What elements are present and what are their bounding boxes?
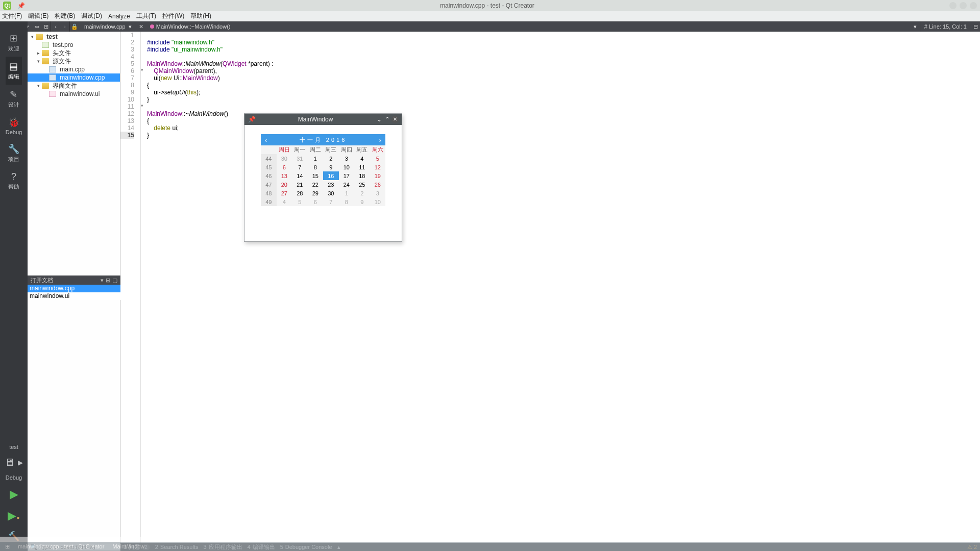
calendar-day[interactable]: 1 xyxy=(339,189,355,197)
calendar-day[interactable]: 3 xyxy=(370,189,386,197)
calendar-day[interactable]: 8 xyxy=(308,163,324,171)
run-debug-button[interactable]: ▶● xyxy=(0,505,28,527)
symbol-combo-end[interactable]: ▾ xyxy=(911,21,920,32)
split-right-icon[interactable]: ⊟ xyxy=(971,21,980,32)
calendar-day[interactable]: 31 xyxy=(292,154,308,163)
menu-build[interactable]: 构建(B) xyxy=(55,12,75,20)
kit-monitor-icon[interactable]: 🖥 ▸ xyxy=(0,453,28,471)
calendar-day[interactable]: 7 xyxy=(292,163,308,171)
taskbar-entry-mainwindow[interactable]: MainWindow xyxy=(112,543,144,549)
calendar-day[interactable]: 24 xyxy=(339,180,355,189)
close-icon[interactable] xyxy=(970,2,977,9)
calendar-day[interactable]: 20 xyxy=(277,180,292,189)
menu-file[interactable]: 文件(F) xyxy=(2,12,22,20)
calendar-day[interactable]: 4 xyxy=(277,197,292,206)
calendar-day[interactable]: 12 xyxy=(370,163,386,171)
tree-forms-folder[interactable]: ▾ 界面文件 xyxy=(28,82,120,90)
calendar-day[interactable]: 1 xyxy=(308,154,324,163)
activity-帮助[interactable]: ?帮助 xyxy=(6,167,22,195)
chevron-up-icon[interactable]: ⌃ xyxy=(383,116,391,123)
calendar-widget[interactable]: ‹ 十一月 2016 › 周日周一周二周三周四周五周六 443031123454… xyxy=(261,134,385,206)
calendar-day[interactable]: 14 xyxy=(292,171,308,180)
calendar-day[interactable]: 30 xyxy=(323,189,339,197)
calendar-day[interactable]: 2 xyxy=(354,189,370,197)
calendar-day[interactable]: 23 xyxy=(323,180,339,189)
calendar-day[interactable]: 9 xyxy=(354,197,370,206)
calendar-day[interactable]: 15 xyxy=(308,171,324,180)
line-col-indicator[interactable]: # Line: 15, Col: 1 xyxy=(920,23,971,30)
close-icon[interactable]: ✕ xyxy=(391,116,399,123)
activity-Debug[interactable]: 🐞Debug xyxy=(6,113,22,139)
code-editor[interactable]: 123456789101112131415 ▾ ▾ #include "main… xyxy=(120,32,980,543)
calendar-day[interactable]: 10 xyxy=(370,197,386,206)
chevron-down-icon[interactable]: ▾ xyxy=(101,277,104,284)
calendar-day[interactable]: 6 xyxy=(308,197,324,206)
calendar-day[interactable]: 18 xyxy=(354,171,370,180)
calendar-day[interactable]: 10 xyxy=(339,163,355,171)
calendar-day[interactable]: 4 xyxy=(354,154,370,163)
calendar-day[interactable]: 16 xyxy=(323,171,339,180)
activity-设计[interactable]: ✎设计 xyxy=(6,85,22,113)
calendar-day[interactable]: 19 xyxy=(370,171,386,180)
tree-headers-folder[interactable]: ▸ 头文件 xyxy=(28,49,120,57)
split-icon[interactable]: ⊞ xyxy=(106,277,110,284)
fold-column[interactable]: ▾ ▾ xyxy=(141,32,147,543)
tree-pro-file[interactable]: test.pro xyxy=(28,41,120,49)
nav-back-icon[interactable]: ‹ xyxy=(51,21,60,32)
tree-mainwindow-cpp[interactable]: mainwindow.cpp xyxy=(28,73,120,82)
calendar-day[interactable]: 11 xyxy=(354,163,370,171)
close-pane-icon[interactable]: ▢ xyxy=(112,277,117,284)
calendar-day[interactable]: 7 xyxy=(323,197,339,206)
chevron-down-icon[interactable]: ⌄ xyxy=(375,116,383,123)
close-file-icon[interactable]: ✕ xyxy=(137,21,146,32)
kit-name[interactable]: test xyxy=(0,441,28,453)
fold-marker-icon[interactable]: ▾ xyxy=(141,103,143,108)
running-app-titlebar[interactable]: 📌 MainWindow ⌄ ⌃ ✕ xyxy=(244,114,402,125)
calendar-next-month[interactable]: › xyxy=(375,136,385,144)
calendar-month-label[interactable]: 十一月 2016 xyxy=(271,136,375,144)
taskbar-start-icon[interactable]: ⊞ xyxy=(5,543,10,550)
run-button[interactable]: ▶ xyxy=(0,484,28,505)
calendar-day[interactable]: 13 xyxy=(277,171,292,180)
calendar-prev-month[interactable]: ‹ xyxy=(261,136,271,144)
tree-root[interactable]: ▾ test xyxy=(28,33,120,41)
calendar-day[interactable]: 28 xyxy=(292,189,308,197)
activity-编辑[interactable]: ▤编辑 xyxy=(6,57,22,85)
calendar-day[interactable]: 26 xyxy=(370,180,386,189)
taskbar-entry-qtcreator[interactable]: mainwindow.cpp - test - Qt Creator xyxy=(18,543,104,549)
calendar-day[interactable]: 27 xyxy=(277,189,292,197)
menu-help[interactable]: 帮助(H) xyxy=(190,12,211,20)
symbol-crumb[interactable]: MainWindow::~MainWindow() xyxy=(146,21,235,32)
maximize-icon[interactable] xyxy=(960,2,967,9)
activity-项目[interactable]: 🔧项目 xyxy=(6,139,22,167)
calendar-day[interactable]: 5 xyxy=(370,154,386,163)
menu-edit[interactable]: 编辑(E) xyxy=(28,12,48,20)
calendar-day[interactable]: 25 xyxy=(354,180,370,189)
calendar-day[interactable]: 30 xyxy=(277,154,292,163)
lock-icon[interactable]: 🔒 xyxy=(70,21,79,32)
running-app-window[interactable]: 📌 MainWindow ⌄ ⌃ ✕ ‹ 十一月 2016 › 周日周一周二周三… xyxy=(244,113,402,242)
open-doc-mainwindow-cpp[interactable]: mainwindow.cpp xyxy=(28,285,120,292)
calendar-day[interactable]: 2 xyxy=(323,154,339,163)
tree-mainwindow-ui[interactable]: mainwindow.ui xyxy=(28,90,120,98)
calendar-day[interactable]: 9 xyxy=(323,163,339,171)
pin-icon[interactable]: 📌 xyxy=(17,2,25,9)
tree-main-cpp[interactable]: main.cpp xyxy=(28,65,120,73)
calendar-day[interactable]: 8 xyxy=(339,197,355,206)
menu-debug[interactable]: 调试(D) xyxy=(81,12,102,20)
open-doc-mainwindow-ui[interactable]: mainwindow.ui xyxy=(28,292,120,300)
calendar-day[interactable]: 29 xyxy=(308,189,324,197)
activity-欢迎[interactable]: ⊞欢迎 xyxy=(6,29,22,57)
nav-forward-icon[interactable]: › xyxy=(60,21,69,32)
file-combo[interactable]: mainwindow.cpp ▾ xyxy=(79,23,137,30)
minimize-icon[interactable] xyxy=(949,2,957,9)
calendar-day[interactable]: 5 xyxy=(292,197,308,206)
pin-icon[interactable]: 📌 xyxy=(248,116,256,123)
menu-analyze[interactable]: Analyze xyxy=(108,13,130,20)
calendar-day[interactable]: 17 xyxy=(339,171,355,180)
calendar-day[interactable]: 22 xyxy=(308,180,324,189)
fold-marker-icon[interactable]: ▾ xyxy=(141,67,143,72)
calendar-day[interactable]: 6 xyxy=(277,163,292,171)
tree-sources-folder[interactable]: ▾ 源文件 xyxy=(28,57,120,65)
calendar-day[interactable]: 3 xyxy=(339,154,355,163)
